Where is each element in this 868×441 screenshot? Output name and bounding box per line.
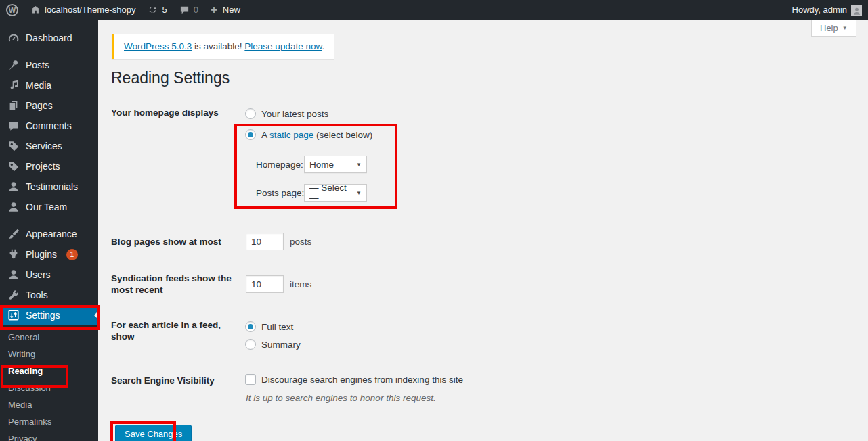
sidebar-item-label: Comments xyxy=(26,120,72,131)
wp-logo-menu[interactable]: W xyxy=(0,0,24,20)
sidebar-item-tools[interactable]: Tools xyxy=(0,285,98,305)
comments-bubble-icon xyxy=(7,120,20,132)
page-title: Reading Settings xyxy=(111,69,230,87)
sidebar-item-projects[interactable]: Projects xyxy=(0,156,98,177)
avatar xyxy=(851,5,862,16)
sidebar-item-our-team[interactable]: Our Team xyxy=(0,197,98,217)
sidebar-item-label: Our Team xyxy=(26,202,67,212)
wordpress-logo-icon: W xyxy=(6,4,18,16)
updates-menu[interactable]: 5 xyxy=(142,0,173,20)
new-menu[interactable]: + New xyxy=(204,0,246,20)
submenu-item-privacy[interactable]: Privacy xyxy=(0,430,98,441)
dropdown-caret-icon: ▼ xyxy=(356,162,362,168)
sidebar-item-services[interactable]: Services xyxy=(0,136,98,156)
site-menu[interactable]: localhost/Theme-shopy xyxy=(24,0,142,20)
posts-page-select[interactable]: — Select — ▼ xyxy=(304,184,367,202)
syndication-suffix: items xyxy=(290,279,311,289)
sidebar-item-settings[interactable]: Settings xyxy=(0,305,98,325)
submenu-item-reading[interactable]: Reading xyxy=(0,363,98,379)
projects-tag-icon xyxy=(7,160,20,172)
latest-posts-label: Your latest posts xyxy=(261,109,328,119)
sidebar-item-comments[interactable]: Comments xyxy=(0,116,98,136)
update-count: 5 xyxy=(162,5,167,15)
current-menu-arrow xyxy=(90,311,98,319)
my-account-menu[interactable]: Howdy, admin xyxy=(786,5,868,16)
menu-separator xyxy=(0,217,98,224)
sidebar-item-posts[interactable]: Posts xyxy=(0,55,98,75)
services-tag-icon xyxy=(7,140,20,152)
testimonials-person-icon xyxy=(7,181,20,193)
updates-icon xyxy=(148,5,158,15)
summary-option: Summary xyxy=(245,339,301,350)
blog-pages-label: Blog pages show at most xyxy=(111,237,244,248)
sidebar-item-label: Appearance xyxy=(26,229,77,239)
menu-separator xyxy=(0,48,98,55)
admin-bar: W localhost/Theme-shopy 5 0 + New Howdy,… xyxy=(0,0,868,20)
users-person-icon xyxy=(7,269,20,281)
submenu-item-media[interactable]: Media xyxy=(0,396,98,413)
site-name: localhost/Theme-shopy xyxy=(45,5,135,15)
posts-pin-icon xyxy=(7,59,20,71)
sidebar-item-dashboard[interactable]: Dashboard xyxy=(0,28,98,48)
static-page-link[interactable]: static page xyxy=(269,130,313,140)
wordpress-admin-page: W localhost/Theme-shopy 5 0 + New Howdy,… xyxy=(0,0,868,441)
comments-menu[interactable]: 0 xyxy=(173,0,204,20)
sidebar-item-label: Services xyxy=(26,141,62,152)
syndication-label: Syndication feeds show the most recent xyxy=(111,273,244,296)
sidebar-item-label: Settings xyxy=(26,310,60,321)
plus-icon: + xyxy=(211,4,217,16)
help-caret-icon: ▼ xyxy=(842,25,848,31)
submenu-item-writing[interactable]: Writing xyxy=(0,346,98,363)
help-tab[interactable]: Help ▼ xyxy=(811,20,856,37)
update-notice: WordPress 5.0.3 is available! Please upd… xyxy=(112,34,334,59)
syndication-input[interactable] xyxy=(246,275,284,293)
static-page-radio[interactable] xyxy=(245,129,256,140)
sidebar-item-label: Media xyxy=(26,80,51,91)
homepage-displays-label: Your homepage displays xyxy=(111,108,244,119)
search-visibility-note: It is up to search engines to honor this… xyxy=(246,393,436,403)
discourage-checkbox[interactable] xyxy=(245,374,256,385)
static-page-option: A static page (select below) xyxy=(245,129,372,140)
notice-text: is available! xyxy=(192,41,244,51)
blog-pages-suffix: posts xyxy=(290,237,311,247)
sidebar-item-label: Pages xyxy=(26,100,53,111)
submenu-item-general[interactable]: General xyxy=(0,329,98,346)
our-team-person-icon xyxy=(7,201,20,213)
static-page-label: A static page (select below) xyxy=(261,130,372,140)
static-suffix: (select below) xyxy=(313,130,372,140)
full-text-option: Full text xyxy=(245,321,293,332)
settings-submenu: General Writing Reading Discussion Media… xyxy=(0,325,98,441)
sidebar-item-label: Tools xyxy=(26,289,48,300)
media-icon xyxy=(7,79,20,91)
sidebar-item-testimonials[interactable]: Testimonials xyxy=(0,177,98,197)
save-changes-button[interactable]: Save Changes xyxy=(115,425,192,441)
blog-pages-input[interactable] xyxy=(246,233,284,250)
notice-period: . xyxy=(322,41,324,51)
howdy-text: Howdy, admin xyxy=(792,5,847,15)
sidebar-item-pages[interactable]: Pages xyxy=(0,95,98,116)
sidebar-item-appearance[interactable]: Appearance xyxy=(0,224,98,244)
sidebar-item-users[interactable]: Users xyxy=(0,264,98,285)
settings-sliders-icon xyxy=(7,309,20,321)
homepage-select-value: Home xyxy=(309,160,334,170)
homepage-select[interactable]: Home ▼ xyxy=(304,156,367,173)
new-label: New xyxy=(223,5,240,15)
sidebar-item-label: Testimonials xyxy=(26,181,78,192)
latest-posts-radio[interactable] xyxy=(245,108,256,119)
sidebar-item-plugins[interactable]: Plugins 1 xyxy=(0,244,98,264)
sidebar-item-label: Plugins xyxy=(26,249,57,260)
sidebar-item-media[interactable]: Media xyxy=(0,75,98,95)
submenu-item-permalinks[interactable]: Permalinks xyxy=(0,413,98,430)
sidebar-item-label: Projects xyxy=(26,161,60,172)
submenu-item-discussion[interactable]: Discussion xyxy=(0,379,98,396)
tools-wrench-icon xyxy=(7,289,20,301)
wordpress-version-link[interactable]: WordPress 5.0.3 xyxy=(124,41,192,51)
summary-radio[interactable] xyxy=(245,339,256,350)
full-text-radio[interactable] xyxy=(245,321,256,332)
dashboard-icon xyxy=(7,32,20,44)
update-now-link[interactable]: Please update now xyxy=(244,41,322,51)
posts-page-select-value: — Select — xyxy=(309,183,356,203)
feed-article-label: For each article in a feed, show xyxy=(111,320,244,343)
homepage-select-label: Homepage: xyxy=(256,160,303,170)
plugins-update-badge: 1 xyxy=(66,249,78,260)
